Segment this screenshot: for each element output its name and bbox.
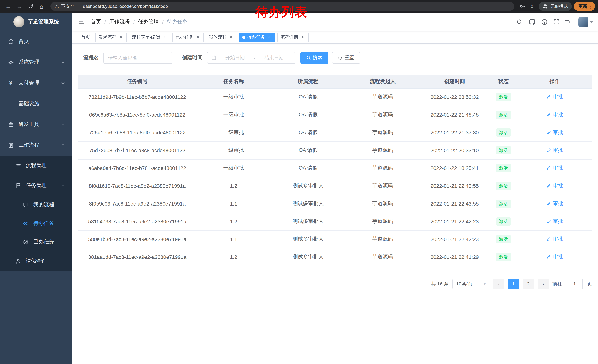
approve-button[interactable]: 审批	[547, 112, 563, 118]
github-icon[interactable]	[529, 18, 535, 25]
status-badge: 激活	[496, 93, 511, 101]
sidebar-item-label: 系统管理	[18, 59, 39, 65]
sidebar-item-todo-task[interactable]: 待办任务	[0, 214, 72, 233]
table-header-row: 任务编号任务名称所属流程流程发起人创建时间状态操作	[78, 75, 592, 88]
forward-icon[interactable]: →	[14, 1, 25, 11]
edit-icon	[547, 148, 551, 153]
home-icon[interactable]: ⌂	[36, 1, 47, 11]
kebab-menu-icon[interactable]: ⋮	[588, 4, 593, 9]
page-size-select[interactable]: 10条/页 ▾	[452, 279, 490, 289]
sidebar-item-task-management[interactable]: 任务管理	[0, 176, 72, 195]
approve-button[interactable]: 审批	[547, 200, 563, 207]
tab-item[interactable]: 流程详情×	[277, 32, 309, 42]
font-size-icon[interactable]: TT	[565, 19, 571, 25]
approve-button[interactable]: 审批	[547, 165, 563, 171]
table-row: 58154733-7ac8-11ec-a9e2-a2380e71991a1.2测…	[78, 212, 592, 230]
cell-starter: 芋道源码	[345, 248, 420, 266]
warning-icon: ⚠	[55, 4, 59, 9]
tab-label: 首页	[81, 34, 90, 40]
breadcrumb-separator: /	[105, 19, 106, 25]
page-button[interactable]: 2	[523, 279, 534, 289]
edit-icon	[547, 237, 551, 242]
sidebar-item-workflow[interactable]: 工作流程	[0, 135, 72, 155]
key-icon[interactable]	[518, 3, 527, 9]
gear-icon	[8, 59, 14, 65]
tab-item[interactable]: 我的流程×	[206, 32, 237, 42]
date-range-picker[interactable]: 开始日期 - 结束日期	[207, 52, 295, 64]
sidebar-item-process-management[interactable]: 流程管理	[0, 155, 72, 176]
table-row: 725a1eb6-7b88-11ec-8ef0-acde48001122一级审批…	[78, 124, 592, 141]
search-button[interactable]: 搜索	[300, 52, 328, 64]
chevron-up-icon	[61, 184, 65, 187]
back-icon[interactable]: ←	[3, 1, 13, 11]
approve-button[interactable]: 审批	[547, 129, 563, 136]
cell-task-id: 725a1eb6-7b88-11ec-8ef0-acde48001122	[78, 124, 196, 141]
close-icon[interactable]: ×	[195, 35, 200, 40]
approve-button[interactable]: 审批	[547, 94, 563, 100]
calendar-icon	[211, 55, 216, 60]
process-name-label: 流程名	[83, 54, 99, 61]
prev-page-button[interactable]: ‹	[493, 279, 504, 289]
app-logo[interactable]: 芋道管理系统	[0, 13, 72, 31]
tab-item[interactable]: 发起流程×	[95, 32, 127, 42]
process-name-input[interactable]	[103, 52, 172, 64]
close-icon[interactable]: ×	[229, 35, 234, 40]
cell-create-time: 2022-01-22 21:48:48	[420, 106, 489, 124]
tab-item[interactable]: 首页	[78, 32, 93, 42]
tab-item[interactable]: 流程表单-编辑×	[129, 32, 170, 42]
sidebar-item-dev-tools[interactable]: 研发工具	[0, 114, 72, 135]
approve-label: 审批	[553, 94, 563, 100]
close-icon[interactable]: ×	[162, 35, 167, 40]
sidebar-item-system[interactable]: 系统管理	[0, 52, 72, 73]
reset-button[interactable]: 重置	[332, 52, 360, 64]
sidebar-item-label: 基础设施	[18, 100, 39, 107]
tab-item[interactable]: 已办任务×	[172, 32, 204, 42]
security-label[interactable]: 不安全	[61, 3, 75, 9]
approve-button[interactable]: 审批	[547, 218, 563, 225]
cell-task-name: 一级审批	[196, 88, 271, 106]
approve-button[interactable]: 审批	[547, 254, 563, 260]
help-icon[interactable]	[541, 19, 548, 25]
reload-icon[interactable]	[25, 1, 36, 11]
approve-label: 审批	[553, 236, 563, 243]
avatar[interactable]	[578, 17, 593, 27]
goto-page-input[interactable]	[566, 279, 583, 289]
tab-item[interactable]: 待办任务×	[239, 32, 275, 42]
cell-status: 激活	[489, 88, 518, 106]
close-icon[interactable]: ×	[300, 35, 305, 40]
cell-status: 激活	[489, 177, 518, 195]
close-icon[interactable]: ×	[267, 35, 272, 40]
breadcrumb-item[interactable]: 工作流程	[109, 18, 130, 25]
goto-page-suffix: 页	[587, 281, 592, 287]
next-page-button[interactable]: ›	[538, 279, 549, 289]
cell-task-name: 一级审批	[196, 124, 271, 141]
sidebar-item-leave-query[interactable]: 请假查询	[0, 251, 72, 271]
approve-button[interactable]: 审批	[547, 236, 563, 243]
cell-status: 激活	[489, 230, 518, 248]
fullscreen-icon[interactable]	[553, 19, 559, 25]
cell-task-id: 8f0d1619-7ac8-11ec-a9e2-a2380e71991a	[78, 177, 196, 195]
sidebar-item-infrastructure[interactable]: 基础设施	[0, 93, 72, 114]
sidebar-item-payment[interactable]: ¥支付管理	[0, 73, 72, 93]
sidebar-item-home[interactable]: 首页	[0, 31, 72, 52]
sidebar-item-label: 流程管理	[26, 162, 47, 169]
page-button[interactable]: 1	[508, 279, 519, 289]
cell-starter: 芋道源码	[345, 88, 420, 106]
close-icon[interactable]: ×	[118, 35, 123, 40]
update-label: 更新	[578, 3, 587, 9]
search-icon[interactable]	[516, 19, 523, 25]
sidebar-toggle[interactable]	[72, 13, 91, 31]
cell-task-name: 一级审批	[196, 106, 271, 124]
approve-button[interactable]: 审批	[547, 183, 563, 189]
breadcrumb-item[interactable]: 任务管理	[138, 18, 159, 25]
sidebar-item-done-task[interactable]: 已办任务	[0, 233, 72, 251]
sidebar-item-my-process[interactable]: 我的流程	[0, 195, 72, 214]
list-icon	[15, 163, 22, 168]
cell-task-name: 1.2	[196, 248, 271, 266]
update-button[interactable]: 更新 ⋮	[574, 2, 595, 11]
breadcrumb-item[interactable]: 首页	[91, 18, 101, 25]
logo-image	[13, 16, 24, 27]
approve-button[interactable]: 审批	[547, 147, 563, 154]
bookmark-star-icon[interactable]: ☆	[528, 3, 537, 10]
chat-icon	[22, 202, 29, 208]
